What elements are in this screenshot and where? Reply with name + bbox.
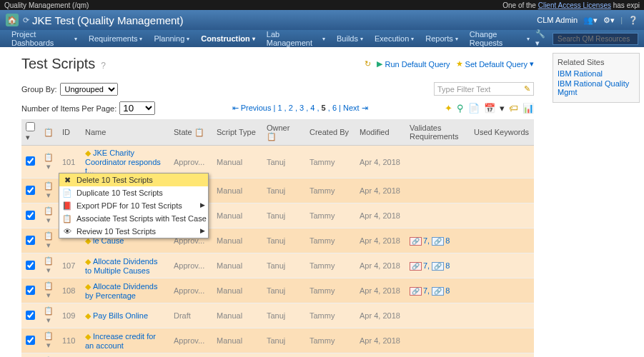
- tool-icon-5[interactable]: ▾: [500, 103, 505, 114]
- row-type: Manual: [212, 303, 262, 328]
- row-checkbox[interactable]: [26, 336, 35, 345]
- context-menu-item[interactable]: ✖Delete 10 Test Scripts: [59, 174, 208, 186]
- col-owner[interactable]: Owner 📋: [262, 119, 305, 146]
- filter-input[interactable]: Type Filter Text✎: [434, 82, 534, 96]
- sidebar-link-1[interactable]: IBM Rational: [558, 69, 635, 78]
- row-id: 112: [58, 353, 81, 358]
- menu-reports[interactable]: Reports▾: [420, 31, 464, 46]
- req-badge[interactable]: 🔗: [410, 237, 422, 246]
- row-name: ◆Allocate Dividends to Multiple Causes: [81, 253, 169, 278]
- menu-requirements[interactable]: Requirements▾: [83, 31, 148, 46]
- users-icon[interactable]: 👥▾: [583, 16, 598, 25]
- pencil-icon[interactable]: ✎: [524, 84, 530, 94]
- col-created[interactable]: Created By: [305, 119, 355, 146]
- col-id[interactable]: ID: [58, 119, 81, 146]
- items-per-page-select[interactable]: 10: [119, 101, 155, 115]
- col-name[interactable]: Name: [81, 119, 169, 146]
- row-checkbox[interactable]: [26, 286, 35, 295]
- pager-page-6[interactable]: 6: [332, 104, 337, 112]
- tool-icon-2[interactable]: ⚲: [457, 103, 464, 114]
- req-badge[interactable]: 🔗: [410, 262, 422, 271]
- tool-icon-1[interactable]: ✦: [445, 103, 452, 114]
- script-name-link[interactable]: Allocate Dividends by Percentage: [85, 282, 158, 300]
- context-menu-item[interactable]: 📄Duplicate 10 Test Scripts: [59, 186, 208, 199]
- script-name-link[interactable]: Increase credit for an account: [85, 332, 156, 350]
- col-state[interactable]: State 📋: [169, 119, 212, 146]
- refresh-icon[interactable]: ↻: [365, 59, 371, 69]
- help-icon[interactable]: ❔: [628, 16, 638, 25]
- tool-icon-3[interactable]: 📄: [468, 103, 480, 114]
- run-default-query[interactable]: ▶Run Default Query: [377, 59, 450, 69]
- row-kw: [470, 203, 534, 228]
- row-menu-icon[interactable]: 📋▾: [39, 303, 58, 328]
- row-req: [405, 146, 470, 178]
- context-menu-item[interactable]: 👁Review 10 Test Scripts▶: [59, 225, 208, 238]
- row-menu-header[interactable]: 📋: [39, 119, 58, 146]
- row-checkbox[interactable]: [26, 156, 35, 166]
- row-menu-icon[interactable]: 📋▾: [39, 146, 58, 178]
- pager-page-4[interactable]: 4: [310, 104, 314, 112]
- script-name-link[interactable]: JKE Charity Coordinator responds t...: [85, 149, 161, 175]
- pager-page-2[interactable]: 2: [289, 104, 293, 112]
- menu-construction[interactable]: Construction▾: [195, 31, 260, 46]
- row-modified: Apr 4, 2018: [355, 353, 405, 358]
- table-row[interactable]: 📋▾ 109 ◆Pay Bills Online Draft Manual Ta…: [21, 303, 534, 328]
- kw-badge[interactable]: 🔗: [432, 262, 444, 271]
- row-checkbox[interactable]: [26, 236, 35, 245]
- row-checkbox[interactable]: [26, 186, 35, 195]
- menu-planning[interactable]: Planning▾: [148, 31, 195, 46]
- pager-next[interactable]: Next: [343, 104, 360, 112]
- context-menu-item[interactable]: 📕Export PDF for 10 Test Scripts▶: [59, 199, 208, 212]
- script-name-link[interactable]: Pay Bills Online: [93, 311, 148, 320]
- row-checkbox[interactable]: [26, 211, 35, 220]
- col-type[interactable]: Script Type: [212, 119, 262, 146]
- table-row[interactable]: 📋▾ 112 ◆TS04041 Draft Manual Ted Ma... A…: [21, 353, 534, 358]
- menu-builds[interactable]: Builds▾: [331, 31, 369, 46]
- row-menu-icon[interactable]: 📋▾: [39, 353, 58, 358]
- row-menu-icon[interactable]: 📋▾: [39, 328, 58, 353]
- set-default-query[interactable]: ★Set Default Query ▾: [456, 59, 534, 69]
- menu-item-icon: 📄: [62, 188, 72, 198]
- row-checkbox[interactable]: [26, 261, 35, 270]
- tool-icon-6[interactable]: 🏷: [509, 103, 518, 114]
- script-name-link[interactable]: Allocate Dividends to Multiple Causes: [85, 257, 158, 275]
- col-modified[interactable]: Modified: [355, 119, 405, 146]
- pager-page-1[interactable]: 1: [277, 104, 282, 112]
- menu-execution[interactable]: Execution▾: [369, 31, 420, 46]
- admin-icon[interactable]: ⚙▾: [603, 16, 615, 25]
- row-menu-icon[interactable]: 📋▾: [39, 178, 58, 203]
- pager-page-3[interactable]: 3: [299, 104, 304, 112]
- home-icon[interactable]: 🏠: [6, 14, 19, 26]
- select-all-checkbox[interactable]: [26, 122, 35, 131]
- row-checkbox[interactable]: [26, 311, 35, 320]
- sidebar-link-2[interactable]: IBM Rational Quality Mgmt: [558, 79, 635, 96]
- row-menu-icon[interactable]: 📋▾: [39, 203, 58, 228]
- row-created: Tammy: [305, 228, 355, 253]
- table-row[interactable]: 📋▾ 110 ◆Increase credit for an account A…: [21, 328, 534, 353]
- license-link[interactable]: Client Access Licenses: [538, 1, 611, 9]
- pager-prev[interactable]: Previous: [241, 104, 272, 112]
- table-row[interactable]: 📋▾ 107 ◆Allocate Dividends to Multiple C…: [21, 253, 534, 278]
- row-menu-icon[interactable]: 📋▾: [39, 253, 58, 278]
- row-created: Tammy: [305, 303, 355, 328]
- search-input[interactable]: [553, 33, 638, 45]
- row-type: Manual: [212, 228, 262, 253]
- row-menu-icon[interactable]: 📋▾: [39, 228, 58, 253]
- current-user[interactable]: CLM Admin: [537, 16, 578, 24]
- help-icon[interactable]: ?: [101, 61, 106, 71]
- group-by-select[interactable]: Ungrouped: [60, 83, 118, 96]
- row-modified: Apr 4, 2018: [355, 203, 405, 228]
- req-badge[interactable]: 🔗: [410, 287, 422, 296]
- mini-dashboard-icon[interactable]: 🔧▾: [535, 29, 548, 48]
- tool-icon-4[interactable]: 📅: [484, 103, 495, 114]
- tool-icon-7[interactable]: 📊: [522, 103, 534, 114]
- kw-badge[interactable]: 🔗: [432, 287, 444, 296]
- col-keywords[interactable]: Used Keywords: [470, 119, 534, 146]
- row-menu-icon[interactable]: 📋▾: [39, 278, 58, 303]
- col-validates[interactable]: Validates Requirements: [405, 119, 470, 146]
- app-link-icon[interactable]: ⟳: [23, 16, 29, 25]
- context-menu-item[interactable]: 📋Associate Test Scripts with Test Case: [59, 212, 208, 225]
- row-state: Draft: [169, 353, 212, 358]
- table-row[interactable]: 📋▾ 108 ◆Allocate Dividends by Percentage…: [21, 278, 534, 303]
- kw-badge[interactable]: 🔗: [432, 237, 444, 246]
